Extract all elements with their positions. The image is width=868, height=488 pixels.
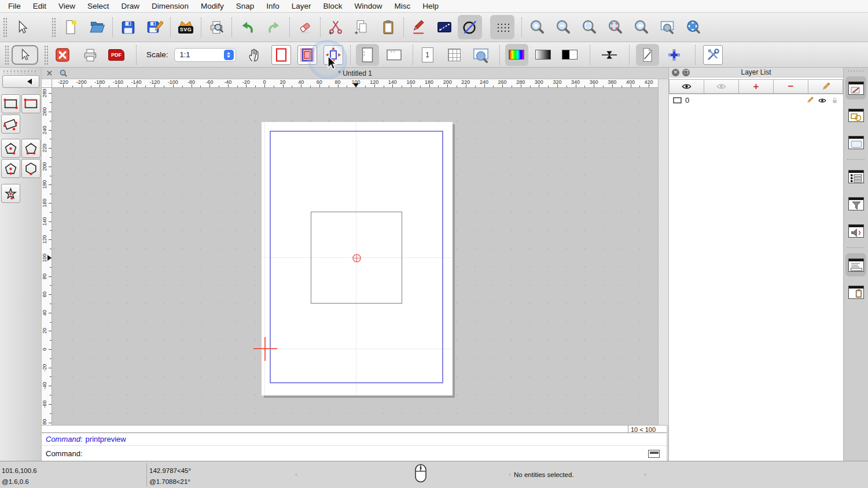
drawing-canvas[interactable] [52,88,658,425]
toolbar-drag-handle[interactable] [3,17,7,37]
rectangle-2-corners-button[interactable] [1,94,20,113]
dock-block-list-button[interactable] [845,103,866,127]
command-input-line[interactable]: Command: [42,445,667,461]
menu-item-draw[interactable]: Draw [122,2,140,10]
menu-item-block[interactable]: Block [323,2,343,10]
panel-float-icon[interactable]: ❐ [682,69,690,76]
current-tool-indicator[interactable] [12,45,38,65]
grayscale-mode-button[interactable] [532,44,555,66]
save-button[interactable] [116,15,140,39]
export-pdf-button[interactable]: PDF [105,44,128,66]
blackwhite-mode-button[interactable] [558,44,582,66]
menu-item-file[interactable]: File [8,2,21,10]
zoom-window-button[interactable] [655,15,679,39]
landscape-orientation-button[interactable] [382,44,406,66]
polygon-center-tangent-button[interactable] [1,159,20,178]
dock-command-line-button[interactable] [845,253,866,276]
single-page-button[interactable]: 1 [416,44,439,66]
menu-item-edit[interactable]: Edit [33,2,46,10]
menu-item-window[interactable]: Window [355,2,382,10]
zoom-page-button[interactable] [469,44,492,66]
add-layer-button[interactable]: + [739,79,774,94]
line-width-scaling-button[interactable] [598,44,621,66]
zoom-auto-button[interactable] [577,15,601,39]
open-file-button[interactable] [85,15,109,39]
copy-button[interactable] [350,15,374,39]
menu-item-layer[interactable]: Layer [292,2,311,10]
cut-button[interactable] [323,15,348,39]
multi-page-button[interactable] [443,44,466,66]
zoom-selected-button[interactable] [603,15,627,39]
save-as-button[interactable] [143,15,167,39]
modify-layer-button[interactable] [808,79,843,94]
select-cursor-button[interactable] [10,15,34,39]
menu-bar: FileEditViewSelectDrawDimensionModifySna… [0,0,868,13]
undo-button[interactable] [235,15,259,39]
tab-close-icon[interactable] [46,70,53,76]
page-border-button[interactable] [271,45,291,65]
draft-mode-button[interactable] [636,44,659,66]
polygon-center-corner-button[interactable] [1,139,20,158]
line-attributes-button[interactable] [432,15,457,39]
stepper-icon[interactable] [224,50,234,60]
toolbar-drag-handle[interactable] [44,45,48,65]
scale-select[interactable]: 1:1 [174,48,236,62]
star-button[interactable] [1,184,20,203]
redo-button[interactable] [262,15,286,39]
layer-row[interactable]: 0 [669,94,843,106]
hide-all-layers-button[interactable] [704,79,739,94]
fit-to-page-button[interactable] [297,45,317,65]
dock-entity-filter-button[interactable] [845,192,866,215]
zoom-pan-button[interactable] [681,15,705,39]
rectangle-3-points-button[interactable] [1,114,20,134]
toolbar-drag-handle[interactable] [5,45,9,65]
portrait-orientation-button[interactable] [356,44,379,66]
zoom-out-button[interactable] [551,15,575,39]
pen-edit-button[interactable] [407,15,431,39]
polygon-2-corners-button[interactable] [21,139,41,158]
vertical-scrollbar[interactable] [658,79,668,425]
print-button[interactable] [79,44,102,66]
command-options-icon[interactable] [648,450,660,458]
dock-library-browser-button[interactable] [845,131,866,154]
settings-button[interactable] [703,45,723,65]
menu-item-dimension[interactable]: Dimension [152,2,189,10]
panel-close-icon[interactable]: ✕ [672,69,679,76]
eraser-button[interactable] [293,15,317,39]
dock-announce-button[interactable] [845,219,866,242]
zoom-in-button[interactable] [525,15,549,39]
menu-item-select[interactable]: Select [87,2,109,10]
dock-clipboard-button[interactable] [845,280,866,304]
ruler-tick-minor [219,86,219,87]
rectangle-corner-size-button[interactable] [21,94,41,113]
menu-item-help[interactable]: Help [422,2,439,10]
pan-hand-button[interactable] [243,44,266,66]
paste-button[interactable] [376,15,400,39]
layer-lock-icon[interactable] [830,96,839,105]
palette-drag-handle[interactable] [2,70,38,73]
close-print-preview-button[interactable] [51,44,74,66]
polygon-side-side-button[interactable] [21,159,41,178]
menu-item-snap[interactable]: Snap [236,2,255,10]
grid-toggle-button[interactable] [490,15,514,39]
dock-pen-palette-button[interactable] [845,76,866,99]
menu-item-modify[interactable]: Modify [201,2,224,10]
export-svg-button[interactable]: SVG [174,15,198,39]
back-button[interactable] [2,75,39,88]
show-all-layers-button[interactable] [669,79,704,94]
zoom-previous-button[interactable] [629,15,653,39]
menu-item-info[interactable]: Info [266,2,279,10]
menu-item-misc[interactable]: Misc [395,2,411,10]
circle-attributes-button[interactable] [458,15,482,39]
layer-visibility-icon[interactable] [818,96,827,105]
color-mode-button[interactable] [505,44,528,66]
print-preview-button[interactable] [204,15,229,39]
crosshair-button[interactable] [663,44,686,66]
layer-edit-icon[interactable] [806,96,814,105]
new-document-button[interactable] [58,15,83,39]
remove-layer-button[interactable]: − [774,79,808,94]
toolbar-drag-handle[interactable] [52,17,56,37]
dock-layer-list-button[interactable] [845,165,866,188]
menu-item-view[interactable]: View [58,2,75,10]
dock-drag-handle[interactable] [847,70,865,73]
